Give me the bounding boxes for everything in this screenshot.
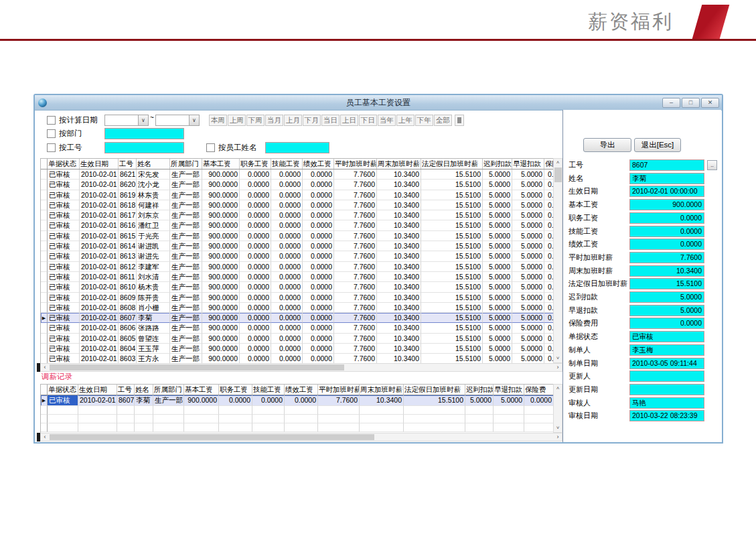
table-row[interactable]: 已审核2010-02-018608肖小栅生产一部900.00000.00000.… — [41, 303, 554, 313]
cell[interactable]: 已审核 — [48, 220, 80, 230]
cell[interactable]: 8619 — [119, 190, 137, 200]
cell[interactable]: 900.0000 — [202, 262, 240, 272]
cell[interactable]: 已审核 — [48, 293, 80, 303]
cell[interactable]: 8611 — [119, 272, 137, 282]
column-header[interactable]: 平时加班时薪 — [318, 385, 360, 395]
cell[interactable]: 2010-02-01 — [78, 395, 117, 406]
cell[interactable]: 已审核 — [48, 354, 80, 364]
cell[interactable]: 8610 — [119, 282, 137, 292]
field-value[interactable]: 5.0000 — [629, 305, 704, 316]
table-row[interactable]: 已审核2010-02-018616潘红卫生产一部900.00000.00000.… — [41, 220, 554, 230]
cell[interactable]: 15.5100 — [421, 200, 483, 210]
cell[interactable]: 王玉萍 — [137, 344, 170, 354]
cell[interactable]: 8617 — [119, 210, 137, 220]
cell[interactable]: 900.0000 — [202, 344, 240, 354]
field-value[interactable]: 2010-03-05 09:11:44 — [629, 358, 704, 369]
column-header[interactable]: 绩效工资 — [285, 385, 318, 395]
cell[interactable]: 0.0000 — [544, 334, 554, 344]
window-titlebar[interactable]: 员工基本工资设置 – □ ✕ — [35, 95, 722, 111]
cell[interactable]: 900.0000 — [202, 190, 240, 200]
cell[interactable]: 0.0000 — [544, 272, 554, 282]
cell[interactable]: 10.3400 — [377, 354, 421, 364]
salary-grid-hscrollbar[interactable]: ‹ › — [40, 363, 562, 372]
cell[interactable]: 5.0000 — [483, 180, 512, 190]
cell[interactable]: 900.0000 — [184, 395, 219, 406]
cell[interactable]: 0.0000 — [303, 170, 334, 180]
cell[interactable]: 7.7600 — [334, 180, 377, 190]
exit-button[interactable]: 退出[Esc] — [634, 138, 681, 152]
cell[interactable]: 7.7600 — [334, 344, 377, 354]
cell[interactable]: 0.0000 — [303, 344, 334, 354]
cell[interactable]: 900.0000 — [202, 334, 240, 344]
cell[interactable]: 2010-02-01 — [80, 241, 119, 251]
cell[interactable]: 肖小栅 — [137, 303, 170, 313]
cell[interactable]: 2010-02-01 — [80, 262, 119, 272]
column-header[interactable]: 迟到扣款 — [483, 159, 512, 169]
column-header[interactable]: 所属部门 — [153, 385, 184, 395]
cell[interactable]: 生产一部 — [170, 354, 202, 364]
cell[interactable]: 5.0000 — [512, 354, 544, 364]
date-range-button[interactable]: 全部 — [434, 115, 452, 126]
cell[interactable]: 15.5100 — [421, 190, 483, 200]
cell[interactable]: 0.0000 — [240, 231, 271, 241]
cell[interactable]: 8613 — [119, 251, 137, 261]
cell[interactable]: 0.0000 — [240, 303, 271, 313]
cell[interactable]: 7.7600 — [334, 313, 377, 323]
cell[interactable]: 5.0000 — [512, 282, 544, 292]
cell[interactable]: 15.5100 — [421, 323, 483, 333]
cell[interactable]: 宋先发 — [137, 170, 170, 180]
cell[interactable]: 900.0000 — [202, 272, 240, 282]
cell[interactable]: 于光亮 — [137, 231, 170, 241]
cell[interactable]: 潘红卫 — [137, 220, 170, 230]
scroll-down-icon[interactable]: ˅ — [554, 354, 562, 362]
column-header[interactable]: 绩效工资 — [303, 159, 334, 169]
column-header[interactable]: 基本工资 — [184, 385, 219, 395]
cell[interactable]: 0.0000 — [271, 170, 303, 180]
cell[interactable]: 5.0000 — [512, 323, 544, 333]
cell[interactable]: 王方永 — [137, 354, 170, 364]
cell[interactable]: 7.7600 — [334, 272, 377, 282]
cell[interactable]: 7.7600 — [334, 354, 377, 364]
cell[interactable]: 生产一部 — [170, 241, 202, 251]
cell[interactable]: 5.0000 — [483, 272, 512, 282]
cell[interactable]: 8620 — [119, 180, 137, 190]
cell[interactable]: 0.0000 — [240, 354, 271, 364]
cell[interactable]: 8618 — [119, 200, 137, 210]
cell[interactable]: 已审核 — [48, 170, 80, 180]
column-header[interactable]: 基本工资 — [202, 159, 240, 169]
cell[interactable]: 0.0000 — [544, 251, 554, 261]
cell[interactable]: 10.3400 — [377, 200, 421, 210]
cell[interactable]: 已审核 — [48, 272, 80, 282]
cell[interactable]: 刘水清 — [137, 272, 170, 282]
cell[interactable]: 15.5100 — [421, 262, 483, 272]
column-header[interactable]: 迟到扣款 — [465, 385, 494, 395]
cell[interactable]: 15.5100 — [421, 272, 483, 282]
scroll-up-icon[interactable]: ˄ — [554, 159, 562, 167]
cell[interactable]: 0.0000 — [544, 241, 554, 251]
cell[interactable]: 2010-02-01 — [80, 180, 119, 190]
cell[interactable]: 7.7600 — [334, 323, 377, 333]
cell[interactable]: 15.5100 — [421, 220, 483, 230]
column-header[interactable]: 技能工资 — [271, 159, 303, 169]
table-row[interactable]: ▶已审核2010-02-018607李菊生产一部900.00000.00000.… — [41, 313, 554, 323]
cell[interactable]: 0.0000 — [544, 210, 554, 220]
cell[interactable]: 5.0000 — [512, 251, 544, 261]
export-button[interactable]: 导出 — [583, 138, 631, 152]
cell[interactable]: 10.3400 — [377, 180, 421, 190]
cell[interactable]: 5.0000 — [483, 241, 512, 251]
cell[interactable]: 已审核 — [48, 395, 78, 406]
cell[interactable]: 5.0000 — [483, 334, 512, 344]
cell[interactable]: 900.0000 — [202, 220, 240, 230]
cell[interactable]: 生产一部 — [170, 323, 202, 333]
cell[interactable]: 0.0000 — [271, 210, 303, 220]
cell[interactable]: 7.7600 — [334, 190, 377, 200]
date-range-button[interactable]: 下周 — [246, 115, 264, 126]
maximize-button[interactable]: □ — [682, 98, 700, 108]
cell[interactable]: 0.0000 — [271, 282, 303, 292]
cell[interactable]: 8608 — [119, 303, 137, 313]
field-value[interactable]: 8607 — [629, 159, 704, 171]
cell[interactable]: 林东贵 — [137, 190, 170, 200]
cell[interactable]: 0.0000 — [240, 344, 271, 354]
cell[interactable]: 0.0000 — [271, 190, 303, 200]
cell[interactable]: 生产一部 — [170, 190, 202, 200]
